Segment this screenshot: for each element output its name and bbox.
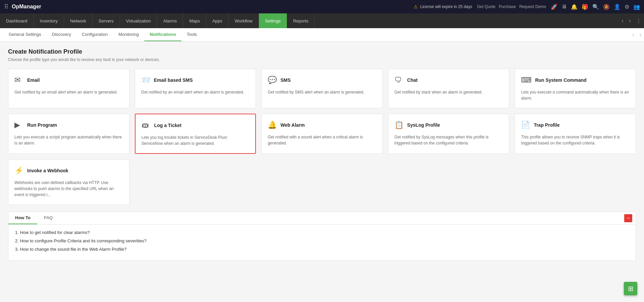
card-header-webhook: ⚡ Invoke a Webhook bbox=[14, 166, 123, 175]
card-email[interactable]: ✉ Email Get notified by an email alert w… bbox=[8, 69, 129, 108]
card-header-run-program: ▶ Run Program bbox=[14, 121, 123, 129]
card-title-trap: Trap Profile bbox=[534, 122, 559, 128]
card-header-trap: 📄 Trap Profile bbox=[521, 121, 630, 129]
nav-prev-icon[interactable]: ‹ bbox=[619, 18, 626, 24]
user-icon[interactable]: 👤 bbox=[614, 4, 621, 10]
nav-dashboard[interactable]: Dashboard bbox=[0, 13, 34, 28]
topbar-left: ⠿ OpManager bbox=[4, 3, 41, 10]
gear-icon[interactable]: ⚙ bbox=[625, 4, 629, 10]
card-desc-log-ticket: Lets you log trouble tickets in ServiceD… bbox=[142, 134, 250, 146]
main-nav: Dashboard Inventory Network Servers Virt… bbox=[0, 13, 644, 28]
card-desc-webhook: Webhooks are user-defined callbacks via … bbox=[14, 180, 123, 198]
card-web-alarm[interactable]: 🔔 Web Alarm Get notified with a sound al… bbox=[261, 114, 383, 154]
card-title-chat: Chat bbox=[407, 77, 418, 83]
card-title-log-ticket: Log a Ticket bbox=[154, 123, 181, 128]
card-icon-chat: 🗨 bbox=[394, 76, 404, 84]
user-circle-icon[interactable]: 👥 bbox=[633, 4, 640, 10]
card-icon-run-system-command: ⌨ bbox=[521, 76, 532, 84]
request-demo-link[interactable]: Request Demo bbox=[519, 4, 546, 9]
card-desc-web-alarm: Get notified with a sound alert when a c… bbox=[268, 134, 376, 146]
topbar: ⠿ OpManager ⚠ License will expire in 25 … bbox=[0, 0, 644, 13]
nav-reports[interactable]: Reports bbox=[287, 13, 315, 28]
page-title: Create Notification Profile bbox=[8, 48, 636, 55]
page-content: Create Notification Profile Choose the p… bbox=[0, 42, 644, 302]
nav-settings[interactable]: Settings bbox=[259, 13, 287, 28]
bell-top-icon[interactable]: 🔔 bbox=[571, 4, 578, 10]
alert-bell-icon[interactable]: 🔕 bbox=[603, 4, 610, 10]
card-title-email: Email bbox=[27, 77, 40, 83]
card-title-webhook: Invoke a Webhook bbox=[27, 168, 68, 173]
card-icon-sms: 💬 bbox=[268, 76, 277, 84]
subnav-discovery[interactable]: Discovery bbox=[47, 28, 76, 41]
card-header-email-sms: 📨 Email based SMS bbox=[141, 76, 250, 84]
card-header-email: ✉ Email bbox=[14, 76, 123, 84]
card-desc-email: Get notified by an email alert when an a… bbox=[14, 89, 123, 95]
license-icon: ⚠ bbox=[414, 4, 418, 9]
bottom-section: How To FAQ − 1. How to get notified for … bbox=[8, 212, 636, 261]
subnav-tools[interactable]: Tools bbox=[181, 28, 202, 41]
subnav-prev-icon[interactable]: ‹ bbox=[630, 32, 637, 38]
card-header-sms: 💬 SMS bbox=[268, 76, 376, 84]
howto-list: 1. How to get notified for clear alarms?… bbox=[15, 230, 629, 252]
card-title-web-alarm: Web Alarm bbox=[280, 122, 305, 128]
card-syslog[interactable]: 📋 SysLog Profile Get notified by SysLog … bbox=[388, 114, 509, 154]
fab-button[interactable]: ⊞ bbox=[624, 282, 637, 295]
bottom-content: 1. How to get notified for clear alarms?… bbox=[8, 225, 636, 260]
nav-inventory[interactable]: Inventory bbox=[34, 13, 64, 28]
nav-virtualization[interactable]: Virtualization bbox=[120, 13, 157, 28]
card-title-syslog: SysLog Profile bbox=[407, 122, 440, 128]
card-icon-run-program: ▶ bbox=[14, 121, 24, 129]
card-email-sms[interactable]: 📨 Email based SMS Get notified by an ema… bbox=[135, 69, 256, 108]
card-desc-email-sms: Get notified by an email alert when an a… bbox=[141, 89, 250, 95]
nav-workflow[interactable]: Workflow bbox=[229, 13, 259, 28]
howto-item[interactable]: 1. How to get notified for clear alarms? bbox=[15, 230, 629, 235]
card-header-chat: 🗨 Chat bbox=[394, 76, 503, 84]
card-webhook[interactable]: ⚡ Invoke a Webhook Webhooks are user-def… bbox=[8, 159, 129, 205]
purchase-link[interactable]: Purchase bbox=[499, 4, 516, 9]
nav-servers[interactable]: Servers bbox=[93, 13, 120, 28]
topbar-right: ⚠ License will expire in 25 days Get Quo… bbox=[414, 4, 640, 10]
search-icon[interactable]: 🔍 bbox=[592, 4, 599, 10]
bottom-tabs: How To FAQ − bbox=[8, 212, 636, 225]
card-log-ticket[interactable]: 🎟 Log a Ticket Lets you log trouble tick… bbox=[135, 114, 256, 154]
card-sms[interactable]: 💬 SMS Get notified by SMS alert when an … bbox=[261, 69, 383, 108]
nav-network[interactable]: Network bbox=[64, 13, 93, 28]
tab-faq[interactable]: FAQ bbox=[37, 212, 59, 224]
subnav-monitoring[interactable]: Monitoring bbox=[113, 28, 144, 41]
subnav-next-icon[interactable]: › bbox=[637, 32, 644, 38]
license-notice: ⚠ License will expire in 25 days bbox=[414, 4, 472, 9]
grid-icon[interactable]: ⠿ bbox=[4, 3, 8, 10]
card-title-email-sms: Email based SMS bbox=[154, 77, 193, 83]
subnav-notifications[interactable]: Notifications bbox=[144, 28, 181, 41]
card-desc-syslog: Get notified by SysLog messages when thi… bbox=[394, 134, 503, 146]
monitor-icon[interactable]: 🖥 bbox=[561, 4, 567, 10]
gift-icon[interactable]: 🎁 bbox=[582, 4, 588, 10]
card-trap[interactable]: 📄 Trap Profile This profile allows you t… bbox=[515, 114, 636, 154]
nav-maps[interactable]: Maps bbox=[183, 13, 206, 28]
card-icon-email-sms: 📨 bbox=[141, 76, 151, 84]
howto-item[interactable]: 2. How to configure Profile Criteria and… bbox=[15, 238, 629, 243]
rocket-icon[interactable]: 🚀 bbox=[551, 4, 557, 10]
card-icon-web-alarm: 🔔 bbox=[268, 121, 277, 129]
card-icon-email: ✉ bbox=[14, 76, 24, 84]
subnav-general-settings[interactable]: General Settings bbox=[3, 28, 47, 41]
card-run-program[interactable]: ▶ Run Program Lets you execute a script/… bbox=[8, 114, 129, 154]
nav-next-icon[interactable]: › bbox=[626, 18, 633, 24]
topbar-icons: 🚀 🖥 🔔 🎁 🔍 🔕 👤 ⚙ 👥 bbox=[551, 4, 640, 10]
card-run-system-command[interactable]: ⌨ Run System Command Lets you execute a … bbox=[515, 69, 636, 108]
toggle-button[interactable]: − bbox=[624, 214, 632, 222]
cards-grid: ✉ Email Get notified by an email alert w… bbox=[8, 69, 636, 205]
tab-howto[interactable]: How To bbox=[8, 212, 37, 224]
get-quote-link[interactable]: Get Quote bbox=[477, 4, 495, 9]
card-header-log-ticket: 🎟 Log a Ticket bbox=[142, 121, 250, 130]
subnav-configuration[interactable]: Configuration bbox=[76, 28, 113, 41]
app-logo: OpManager bbox=[12, 4, 41, 10]
nav-more-icon[interactable]: ⋮ bbox=[633, 18, 644, 24]
card-chat[interactable]: 🗨 Chat Get notified by slack when an ala… bbox=[388, 69, 509, 108]
page-subtitle: Choose the profile type you would like t… bbox=[8, 57, 636, 62]
card-desc-run-system-command: Lets you execute a command automatically… bbox=[521, 89, 630, 101]
nav-alarms[interactable]: Alarms bbox=[157, 13, 183, 28]
card-header-run-system-command: ⌨ Run System Command bbox=[521, 76, 630, 84]
nav-apps[interactable]: Apps bbox=[206, 13, 229, 28]
howto-item[interactable]: 3. How to change the sound file in the W… bbox=[15, 247, 629, 252]
